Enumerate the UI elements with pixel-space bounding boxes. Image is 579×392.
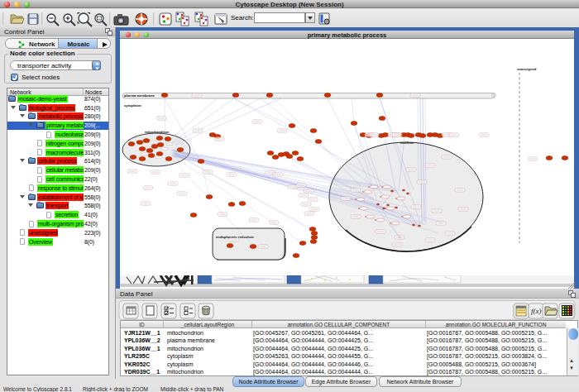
svg-text:cytoplasm: cytoplasm	[124, 103, 141, 108]
svg-text:mitochondrion: mitochondrion	[145, 130, 170, 134]
svg-text:unassigned: unassigned	[517, 67, 537, 71]
svg-text:plasma membrane: plasma membrane	[124, 93, 155, 98]
svg-text:f(x): f(x)	[531, 307, 542, 315]
svg-text:nucleus: nucleus	[400, 141, 414, 145]
